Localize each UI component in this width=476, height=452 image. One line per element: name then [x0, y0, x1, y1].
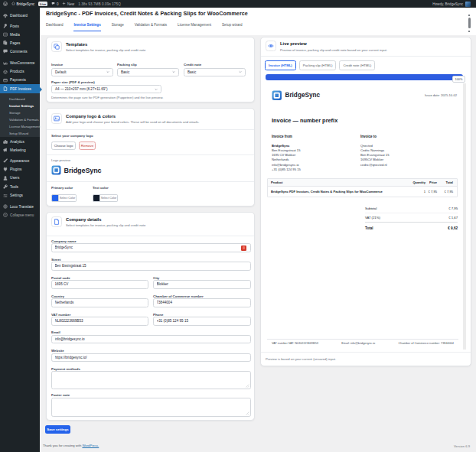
comments-menu-item[interactable]: 0 — [51, 2, 58, 6]
tab-validation-formats[interactable]: Validation & Formats — [135, 21, 167, 31]
choose-logo-button[interactable]: Choose logo — [51, 141, 76, 150]
sidebar-item-loco-translate[interactable]: Loco Translate — [0, 203, 40, 211]
preview-tab-credit-note[interactable]: Credit note (HTML) — [339, 60, 375, 70]
site-menu-item[interactable]: BridgeSync — [11, 2, 34, 6]
new-menu-item[interactable]: New — [62, 2, 74, 6]
packing-slip-template-select[interactable]: Basic — [117, 68, 179, 76]
scrollbar-arrow-down[interactable] — [468, 31, 470, 32]
image-icon — [51, 113, 62, 124]
wp-footer-text: Thank you for creating with WordPress. — [43, 444, 99, 447]
sidebar-item-analytics[interactable]: Analytics — [0, 138, 40, 146]
primary-select-color-button[interactable]: Select Color — [59, 194, 77, 202]
preview-tab-packing-slip[interactable]: Packing slip (HTML) — [299, 60, 337, 70]
coc-input[interactable] — [153, 298, 251, 307]
comment-bubble-icon — [51, 2, 55, 6]
sidebar-item-pdf-invoices[interactable]: PDF Invoices — [0, 84, 40, 93]
tools-icon — [3, 184, 8, 189]
live-badge: Live — [38, 2, 47, 6]
sidebar-item-users[interactable]: Users — [0, 174, 40, 182]
submenu-item-validation-formats[interactable]: Validation & Formats — [0, 116, 40, 123]
sidebar-item-products[interactable]: Products — [0, 67, 40, 76]
scrollbar-arrow-up[interactable] — [468, 15, 470, 16]
invoice-table-row: BridgeSync PDF Invoices, Credit Notes & … — [268, 187, 457, 197]
resize-grip-icon[interactable] — [246, 411, 249, 415]
sidebar-item-marketing[interactable]: Marketing — [0, 146, 40, 154]
form-filler-extension-icon[interactable] — [241, 246, 246, 251]
coc-label: Chamber of Commerce number — [153, 294, 204, 298]
wordpress-logo-icon[interactable] — [3, 2, 8, 6]
country-input[interactable] — [51, 298, 148, 307]
submenu-item-storage[interactable]: Storage — [0, 109, 40, 116]
text-color-label: Text color — [93, 186, 109, 190]
invoice-template-select[interactable]: Default — [51, 68, 113, 76]
company-name-input[interactable] — [51, 243, 251, 252]
street-input[interactable] — [51, 262, 251, 271]
home-icon — [11, 2, 15, 6]
sidebar-item-pages[interactable]: Pages — [0, 39, 40, 47]
street-label: Street — [51, 258, 60, 262]
submenu-item-invoice-settings[interactable]: Invoice Settings — [0, 102, 40, 109]
tab-invoice-settings[interactable]: Invoice Settings — [73, 21, 100, 31]
sidebar-item-dashboard[interactable]: Dashboard — [0, 11, 40, 20]
city-input[interactable] — [153, 280, 251, 289]
save-settings-button[interactable]: Save settings — [45, 425, 70, 434]
scrollbar-thumb[interactable] — [468, 18, 471, 28]
primary-color-control: Select Color — [51, 194, 77, 202]
invoice-to-label: Invoice to — [360, 135, 377, 138]
chevron-down-icon — [239, 70, 242, 73]
preview-tab-invoice[interactable]: Invoice (HTML) — [265, 60, 296, 70]
packing-slip-template-label: Packing slip — [117, 63, 137, 67]
vat-input[interactable] — [51, 317, 148, 326]
sidebar-item-media[interactable]: Media — [0, 31, 40, 39]
text-select-color-button[interactable]: Select Color — [100, 194, 118, 202]
card-title: Templates — [66, 42, 87, 47]
website-label: Website — [51, 349, 64, 353]
divider — [47, 181, 254, 182]
invoice-totals: Subtotal€ 7,95 VAT (21%)€ 1,67 Total€ 9,… — [365, 204, 458, 233]
sidebar-item-comments[interactable]: Comments — [0, 47, 40, 56]
phone-input[interactable] — [153, 317, 251, 326]
sidebar-item-tools[interactable]: Tools — [0, 183, 40, 191]
submenu-item-license-management[interactable]: License Management — [0, 123, 40, 130]
website-input[interactable] — [51, 353, 251, 363]
resize-grip-icon[interactable] — [246, 384, 249, 388]
sidebar-item-woocommerce[interactable]: WooCommerce — [0, 59, 40, 67]
zoom-value-badge: 100% — [452, 76, 465, 83]
query-monitor-stats[interactable]: 1.38s 93.7MB 0.09s 175Q — [78, 2, 121, 6]
howdy-text[interactable]: Howdy, BridgeSync — [432, 2, 463, 6]
sidebar-item-collapse-menu[interactable]: Collapse menu — [0, 211, 40, 219]
avatar[interactable] — [465, 2, 471, 7]
tab-storage[interactable]: Storage — [112, 21, 124, 31]
country-label: Country — [51, 294, 64, 298]
megaphone-icon — [3, 148, 8, 152]
tab-license-management[interactable]: License Management — [178, 21, 211, 31]
invoice-table: Product Quantity Price Total BridgeSync … — [267, 178, 458, 197]
pages-icon — [3, 41, 8, 45]
wordpress-link[interactable]: WordPress. — [82, 444, 99, 447]
remove-logo-button[interactable]: Remove — [79, 141, 96, 150]
preview-scrollbar[interactable] — [463, 83, 466, 350]
postal-code-input[interactable] — [51, 280, 148, 289]
submenu-item-setup-wizard[interactable]: Setup Wizard — [0, 130, 40, 137]
divider — [261, 56, 471, 57]
submenu-item-dashboard[interactable]: Dashboard — [0, 96, 40, 102]
paper-size-select[interactable]: A4 — 210×297 mm (8.27×11.69") — [51, 85, 161, 93]
footer-note-textarea[interactable] — [51, 398, 251, 417]
sidebar-item-posts[interactable]: Posts — [0, 22, 40, 31]
zoom-slider[interactable] — [266, 74, 463, 80]
sidebar-item-plugins[interactable]: Plugins — [0, 165, 40, 174]
primary-color-swatch[interactable] — [51, 194, 59, 202]
credit-note-template-select[interactable]: Basic — [184, 68, 246, 76]
sidebar-item-appearance[interactable]: Appearance — [0, 157, 40, 165]
card-subtitle: Select templates for invoice, packing sl… — [66, 223, 145, 227]
payment-methods-textarea[interactable] — [51, 371, 251, 389]
sidebar-item-payments[interactable]: Payments — [0, 76, 40, 84]
sidebar-item-settings[interactable]: Settings — [0, 191, 40, 200]
wordpress-admin-screen: BridgeSync Live 0 New 1.38s 93.7MB 0.09s… — [0, 0, 476, 452]
tab-dashboard[interactable]: Dashboard — [46, 21, 63, 31]
email-input[interactable] — [51, 335, 251, 344]
card-subtitle: Add your logo and choose your brand colo… — [66, 120, 200, 124]
text-color-swatch[interactable] — [93, 194, 100, 202]
tab-setup-wizard[interactable]: Setup wizard — [222, 21, 243, 31]
payment-methods-label: Payment methods — [51, 367, 80, 371]
